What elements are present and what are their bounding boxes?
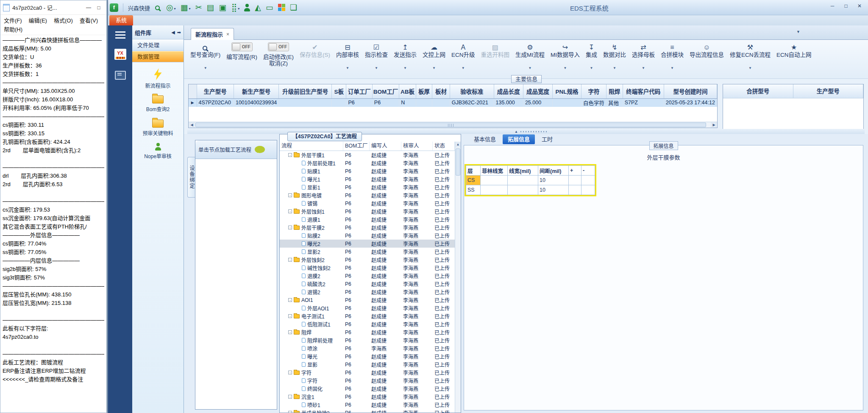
dropdown-arrow-icon[interactable]: ▼: [748, 65, 752, 72]
ribbon-button-MI数据导入[interactable]: ↪MI数据导入▼: [548, 40, 583, 72]
param-value-cell[interactable]: 10: [538, 185, 569, 195]
splitter-collapse-handle[interactable]: ▲: [515, 130, 548, 134]
column-header-阻焊[interactable]: 阻焊: [606, 84, 623, 98]
process-tree-row-字符[interactable]: -字符P6赵成捷李海燕已上传: [280, 368, 455, 377]
detail-tab-拓展信息[interactable]: 拓展信息: [503, 134, 535, 144]
sidebar-item-Bom查询2[interactable]: Bom查询2: [132, 91, 184, 115]
user-icon[interactable]: [244, 4, 250, 11]
ribbon-button-修复ECN丢流程[interactable]: ⚒修复ECN丢流程▼: [727, 40, 773, 72]
dropdown-arrow-icon[interactable]: ▼: [462, 65, 465, 72]
dropdown-arrow-icon[interactable]: ▼: [670, 65, 674, 72]
dropdown-arrow-icon[interactable]: ▼: [642, 65, 645, 72]
notepad-titlebar[interactable]: 4s7pz02ca0 - 记... — □: [0, 0, 106, 15]
dropdown-arrow-icon[interactable]: ▼: [204, 65, 207, 72]
tree-column-header-编写人[interactable]: 编写人: [370, 142, 401, 151]
column-header-成品宽度[interactable]: 成品宽度: [523, 84, 552, 98]
dropdown-arrow-icon[interactable]: ▼: [590, 65, 593, 72]
ribbon-button-发送指示[interactable]: ↥发送指示▼: [391, 40, 420, 72]
help-ring-icon[interactable]: ◎▾: [166, 3, 176, 12]
dropdown-arrow-icon[interactable]: ▼: [432, 65, 436, 72]
sidebar-item-Nope单审核[interactable]: Nope单审核: [132, 139, 184, 163]
tree-expander-icon[interactable]: -: [288, 193, 292, 197]
tree-expander-icon[interactable]: -: [288, 226, 292, 229]
column-header-型号创建时间[interactable]: 型号创建时间: [664, 84, 717, 98]
process-tree-row-电子测试1[interactable]: -电子测试1P6赵成捷李海燕已上传: [280, 312, 455, 320]
process-tree-row-外层前处理1[interactable]: 外层前处理1P6赵成捷李海燕已上传: [280, 159, 455, 167]
minimize-button[interactable]: ─: [826, 2, 838, 10]
process-tree-row-外层蚀刻2[interactable]: -外层蚀刻2P6赵成捷李海燕已上传: [280, 256, 455, 264]
param-value-cell[interactable]: [481, 185, 508, 195]
process-tree-row-外层AOI1[interactable]: 外层AOI1P6赵成捷李海燕已上传: [280, 304, 455, 312]
column-header-终端客户代码[interactable]: 终端客户代码: [623, 84, 664, 98]
process-tree-row-硫酸洗2[interactable]: 硫酸洗2P6赵成捷李海燕已上传: [280, 280, 455, 288]
dropdown-arrow-icon[interactable]: ▼: [564, 65, 567, 72]
process-tree-row-外层蚀刻1[interactable]: -外层蚀刻1P6赵成捷李海燕已上传: [280, 207, 455, 215]
tree-expander-icon[interactable]: -: [288, 298, 292, 302]
process-tree-row-沉金1[interactable]: -沉金1P6赵成捷李海燕已上传: [280, 393, 455, 401]
column-header-板材[interactable]: 板材: [432, 84, 450, 98]
param-column-header-+[interactable]: +: [569, 166, 581, 176]
ribbon-button-启动修改(E)[interactable]: OFF启动修改(E)取消(Z): [260, 40, 297, 67]
tree-expander-icon[interactable]: -: [288, 153, 292, 157]
param-value-cell[interactable]: 10: [538, 176, 569, 185]
monitor-icon[interactable]: ▭: [266, 3, 273, 12]
param-layer-cell[interactable]: CS: [466, 176, 481, 185]
column-header-订单工厂[interactable]: 订单工厂: [346, 84, 372, 98]
row-marker-column[interactable]: [189, 84, 197, 98]
column-header-AB板[interactable]: AB板: [399, 84, 416, 98]
maximize-button[interactable]: □: [840, 2, 852, 10]
process-tree-row-曝光2[interactable]: 曝光2P6赵成捷李海燕已上传: [280, 240, 455, 248]
tree-expander-icon[interactable]: -: [288, 371, 292, 374]
param-value-cell[interactable]: [581, 185, 595, 195]
ribbon-button-型号查询(F)[interactable]: 型号查询(F)▼: [187, 40, 223, 72]
panel-collapse-button[interactable]: ◀: [171, 30, 175, 35]
column-header-升级前旧生产型号[interactable]: 升级前旧生产型号: [279, 84, 332, 98]
table-row[interactable]: ▶4S7PZ02CA010010400239934P6P6NGJB362C-20…: [189, 98, 717, 107]
horizontal-scrollbar[interactable]: ◀ ▶: [189, 122, 717, 128]
sidebar-group-数据管理[interactable]: 数据管理: [132, 51, 184, 62]
tree-expander-icon[interactable]: -: [288, 314, 292, 318]
param-value-cell[interactable]: [569, 185, 581, 195]
notepad-menu-item[interactable]: 文件(F): [4, 16, 22, 24]
process-tree-row-低阻测试1[interactable]: 低阻测试1P6赵成捷李海燕已上传: [280, 320, 455, 328]
terminal-icon[interactable]: [115, 71, 126, 80]
eds-app-icon[interactable]: f: [110, 3, 118, 12]
process-tree-row-外层干膜1[interactable]: -外层干膜1P6赵成捷李海燕已上传: [280, 151, 455, 159]
chevron-down-icon[interactable]: ▾: [174, 7, 176, 12]
ribbon-button-内部审核[interactable]: ⊟内部审核▼: [333, 40, 362, 72]
column-header-生产型号[interactable]: 生产型号: [793, 84, 864, 98]
ribbon-button-选择母板[interactable]: ⇄选择母板▼: [629, 40, 658, 72]
process-tree-row-喷砂1[interactable]: 喷砂1P6赵成捷李海燕已上传: [280, 401, 455, 409]
sidebar-item-预审关键物料[interactable]: 预审关键物料: [132, 115, 184, 139]
tree-expander-icon[interactable]: -: [288, 258, 292, 262]
ribbon-button-文控上网[interactable]: ☁文控上网▼: [420, 40, 448, 72]
layers-icon[interactable]: ❏: [290, 3, 297, 12]
menu-icon[interactable]: [115, 31, 125, 39]
scroll-right-icon[interactable]: ▶: [711, 122, 717, 128]
device-binding-vertical-tab[interactable]: 设备绑定: [187, 157, 195, 198]
search-icon[interactable]: [155, 5, 161, 11]
ribbon-button-导出流程信息[interactable]: ☺导出流程信息: [687, 40, 727, 72]
ribbon-overflow-icon[interactable]: ▼: [796, 30, 800, 34]
ribbon-button-重选开料图[interactable]: ▨重选开料图: [478, 40, 513, 72]
param-value-cell[interactable]: [481, 176, 508, 185]
process-tree-row-碱性蚀刻2[interactable]: 碱性蚀刻2P6赵成捷李海燕已上传: [280, 264, 455, 272]
tree-column-header-核审人[interactable]: 核审人: [401, 142, 433, 151]
process-tree-row-AOI1[interactable]: -AOI1P6赵成捷李海燕已上传: [280, 296, 455, 304]
process-tree-row-显影[interactable]: 显影P6赵成捷李海燕已上传: [280, 360, 455, 368]
tree-column-header-状态[interactable]: 状态: [433, 142, 455, 151]
detail-tab-基本信息[interactable]: 基本信息: [469, 134, 501, 144]
process-tree-row-字符[interactable]: 字符P6赵成捷李海燕已上传: [280, 377, 455, 385]
dropdown-arrow-icon[interactable]: ▼: [613, 65, 616, 72]
process-tree-row-镀锡[interactable]: 镀锡P6赵成捷李海燕已上传: [280, 199, 455, 207]
dropdown-arrow-icon[interactable]: ▼: [529, 65, 532, 72]
windows-icon[interactable]: [278, 4, 285, 12]
process-tree-row-喷涂[interactable]: 喷涂P6李海燕李海燕已上传: [280, 344, 455, 352]
tree-expander-icon[interactable]: -: [288, 209, 292, 213]
notepad-menu-item[interactable]: 帮助(H): [4, 25, 22, 33]
column-header-板厚[interactable]: 板厚: [416, 84, 432, 98]
scroll-up-icon[interactable]: ▲: [455, 142, 461, 148]
process-tree-row-终固化[interactable]: 终固化P6赵成捷李海燕已上传: [280, 385, 455, 393]
chevron-down-icon[interactable]: ▾: [189, 7, 191, 12]
yx-logo-icon[interactable]: YX: [114, 49, 126, 60]
